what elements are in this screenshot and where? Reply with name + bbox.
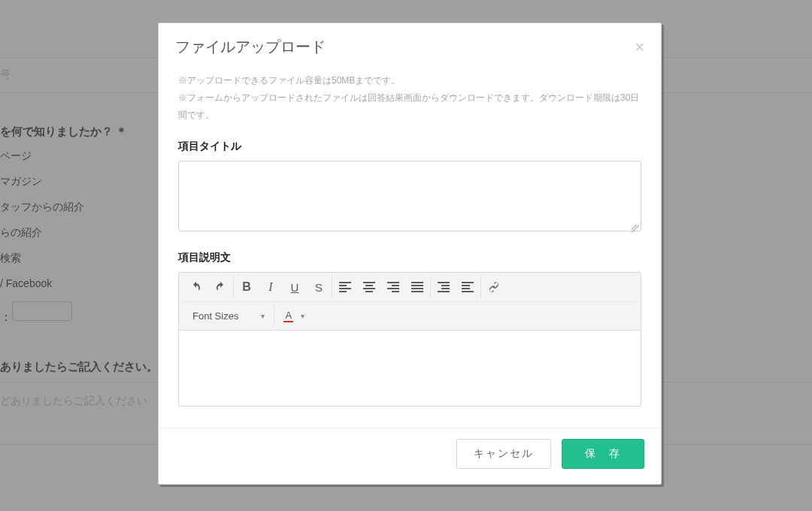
hint-filesize: ※アップロードできるファイル容量は50MBまでです。	[178, 72, 641, 89]
underline-icon[interactable]: U	[286, 279, 303, 295]
chevron-down-icon: ▾	[261, 312, 265, 320]
item-description-input[interactable]	[179, 331, 641, 406]
align-left-icon[interactable]	[337, 279, 353, 295]
text-color-select[interactable]: A ▾	[279, 310, 309, 322]
cancel-button[interactable]: キャンセル	[456, 439, 551, 469]
align-right-icon[interactable]	[385, 279, 401, 295]
field-title-label: 項目タイトル	[178, 140, 641, 153]
align-center-icon[interactable]	[361, 279, 377, 295]
modal-title: ファイルアップロード	[175, 37, 326, 57]
indent-icon[interactable]	[459, 279, 476, 295]
link-icon[interactable]	[486, 279, 502, 295]
modal-header: ファイルアップロード ×	[159, 23, 661, 69]
undo-icon[interactable]	[188, 279, 205, 295]
save-button[interactable]: 保 存	[562, 439, 644, 469]
strikethrough-icon[interactable]: S	[311, 279, 327, 295]
redo-icon[interactable]	[212, 279, 229, 295]
field-desc-label: 項目説明文	[178, 251, 641, 265]
rich-text-editor: B I U S	[178, 272, 641, 407]
align-justify-icon[interactable]	[409, 279, 426, 295]
italic-icon[interactable]: I	[262, 279, 279, 295]
close-icon[interactable]: ×	[635, 39, 644, 56]
item-title-input[interactable]	[178, 161, 641, 231]
chevron-down-icon: ▾	[301, 312, 304, 320]
modal-footer: キャンセル 保 存	[159, 428, 661, 484]
font-size-select[interactable]: Font Sizes▾	[188, 310, 269, 322]
bold-icon[interactable]: B	[238, 279, 255, 295]
modal-body: ※アップロードできるファイル容量は50MBまでです。 ※フォームからアップロード…	[159, 69, 661, 428]
outdent-icon[interactable]	[435, 279, 452, 295]
file-upload-modal: ファイルアップロード × ※アップロードできるファイル容量は50MBまでです。 …	[158, 23, 662, 485]
hint-download: ※フォームからアップロードされたファイルは回答結果画面からダウンロードできます。…	[178, 89, 641, 124]
rte-toolbar: B I U S	[179, 273, 641, 331]
